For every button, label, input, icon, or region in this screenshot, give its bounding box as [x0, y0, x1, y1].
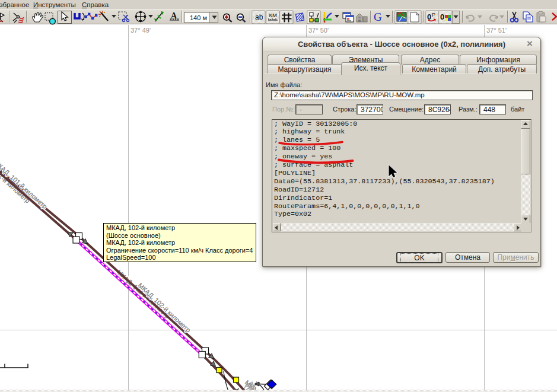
svg-text:37° 50': 37° 50'	[308, 27, 329, 34]
svg-text:G: G	[374, 11, 382, 23]
svg-text:37° 49': 37° 49'	[131, 27, 151, 34]
svg-text:0: 0	[427, 12, 431, 21]
svg-text:140 м: 140 м	[190, 14, 207, 21]
svg-text:ab: ab	[255, 13, 263, 21]
svg-text:МКАД, 102-й километр: МКАД, 102-й километр	[137, 282, 192, 334]
svg-text:0: 0	[440, 12, 444, 21]
svg-text:А: А	[171, 11, 177, 20]
svg-text:37° 51': 37° 51'	[486, 27, 507, 34]
svg-text:КМ: КМ	[269, 12, 278, 18]
svg-text:P: P	[432, 12, 435, 18]
